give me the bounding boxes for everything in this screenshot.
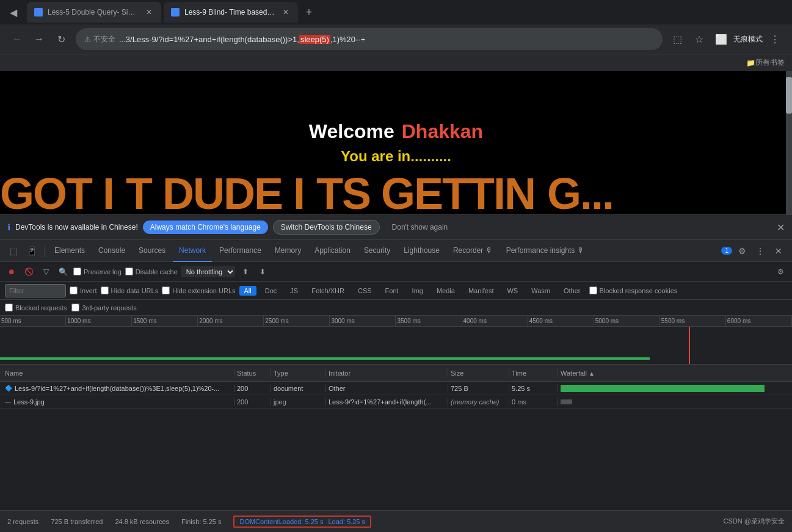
tab-memory[interactable]: Memory [269,240,307,262]
export-btn[interactable]: ⬇ [256,265,269,279]
page-bottom-banner: GOT I T DUDE I TS GETTIN G... [0,172,786,214]
tab-recorder[interactable]: Recorder 🎙 [447,240,499,262]
filter-js[interactable]: JS [285,286,303,296]
new-tab-button[interactable]: + [300,4,318,21]
filter-doc[interactable]: Doc [260,286,282,296]
devtools-tabs: ⬚ 📱 Elements Console Sources Network Per… [0,240,792,262]
tab-1[interactable]: Less-5 Double Query- Single... ✕ [27,2,161,23]
row1-waterfall [558,385,790,392]
import-btn[interactable]: ⬆ [239,265,252,279]
tab-network[interactable]: Network [173,240,212,262]
devtools-language-banner: ℹ DevTools is now available in Chinese! … [0,215,792,240]
mark-3500: 3500 ms [396,316,462,326]
filter-media[interactable]: Media [432,286,460,296]
tab-close-1[interactable]: ✕ [144,7,154,17]
devtools-more-btn[interactable]: ⋮ [752,242,769,260]
tab-close-2[interactable]: ✕ [281,7,291,17]
filter-img[interactable]: Img [407,286,428,296]
blocked-cookies-checkbox[interactable] [589,286,597,294]
tab-arrow-left[interactable]: ◀ [5,4,22,21]
blocked-cookies-label[interactable]: Blocked response cookies [589,286,678,294]
search-button[interactable]: 🔍 [56,265,70,279]
more-button[interactable]: ⋮ [765,29,785,49]
preserve-log-checkbox[interactable] [73,268,81,275]
col-header-status[interactable]: Status [234,370,271,377]
tab-elements[interactable]: Elements [48,240,91,262]
col-header-size[interactable]: Size [448,370,509,377]
tab-sources[interactable]: Sources [133,240,172,262]
row2-size: (memory cache) [448,398,509,406]
row2-status: 200 [234,398,271,406]
col-header-waterfall[interactable]: Waterfall ▲ [558,370,790,377]
url-highlight: sleep(5) [299,35,330,44]
devtools-settings-btn[interactable]: ⚙ [733,242,750,260]
filter-all[interactable]: All [239,286,256,296]
filter-input[interactable] [5,284,66,297]
cast-icon-btn[interactable]: ⬚ [667,29,687,49]
transferred-size: 725 B transferred [51,518,103,525]
match-language-button[interactable]: Always match Chrome's language [143,220,268,234]
tab-performance[interactable]: Performance [213,240,267,262]
blocked-requests-checkbox[interactable] [5,304,13,312]
filter-wasm[interactable]: Wasm [526,286,555,296]
table-row[interactable]: — Less-9.jpg 200 jpeg Less-9/?id=1%27+an… [0,395,792,409]
device-toolbar-btn[interactable]: 📱 [23,242,40,260]
tab-perf-insights[interactable]: Performance insights 🎙 [500,240,590,262]
bookmark-icon-btn[interactable]: ☆ [689,29,709,49]
forward-button[interactable]: → [29,29,49,49]
third-party-label[interactable]: 3rd-party requests [71,304,136,312]
col-header-initiator[interactable]: Initiator [326,370,448,377]
dont-show-again-button[interactable]: Don't show again [385,220,456,234]
filter-manifest[interactable]: Manifest [463,286,499,296]
hide-ext-urls-checkbox[interactable] [162,286,170,294]
notification-badge: 1 [721,247,732,255]
mark-500: 500 ms [0,316,66,326]
disable-cache-label[interactable]: Disable cache [125,268,178,275]
tab-console[interactable]: Console [92,240,131,262]
mark-3000: 3000 ms [330,316,396,326]
filter-font[interactable]: Font [380,286,404,296]
row2-waterfall [558,399,790,404]
invert-label[interactable]: Invert [70,286,97,294]
filter-ws[interactable]: WS [502,286,523,296]
invert-checkbox[interactable] [70,286,78,294]
filter-fetch-xhr[interactable]: Fetch/XHR [307,286,349,296]
url-bar[interactable]: ⚠ 不安全 ...3/Less-9/?id=1%27+and+if(length… [76,28,663,50]
banner-text: DevTools is now available in Chinese! [15,223,138,231]
network-settings-btn[interactable]: ⚙ [774,265,787,279]
hide-data-urls-label[interactable]: Hide data URLs [101,286,159,294]
filter-icon-button[interactable]: ▽ [39,265,53,279]
filter-other[interactable]: Other [559,286,586,296]
tab-security[interactable]: Security [358,240,396,262]
tab-title-1: Less-5 Double Query- Single... [48,8,139,16]
tab-application[interactable]: Application [308,240,357,262]
table-row[interactable]: 🔷 Less-9/?id=1%27+and+if(length(database… [0,382,792,395]
row2-icon: — [5,398,11,405]
extension-icon-btn[interactable]: ⬜ [711,29,731,49]
clear-button[interactable]: 🚫 [22,265,35,279]
record-button[interactable]: ⏺ [5,265,18,279]
refresh-button[interactable]: ↻ [51,29,71,49]
switch-to-chinese-button[interactable]: Switch DevTools to Chinese [273,220,380,235]
timeline-chart [0,327,792,365]
hide-ext-urls-label[interactable]: Hide extension URLs [162,286,235,294]
banner-close-button[interactable]: ✕ [777,222,785,233]
back-button[interactable]: ← [7,29,27,49]
filter-css[interactable]: CSS [353,286,377,296]
row1-status: 200 [234,385,271,392]
tab-lighthouse[interactable]: Lighthouse [398,240,446,262]
col-header-name[interactable]: Name [2,370,234,377]
col-header-type[interactable]: Type [271,370,326,377]
requests-count: 2 requests [7,518,38,525]
hide-data-urls-checkbox[interactable] [101,286,109,294]
blocked-requests-label[interactable]: Blocked requests [5,304,67,312]
third-party-checkbox[interactable] [71,304,79,312]
devtools-close-btn[interactable]: ✕ [770,242,787,260]
throttle-select[interactable]: No throttling [181,266,235,277]
tab-2[interactable]: Less-9 Blind- Time based- Si... ✕ [164,2,298,23]
waterfall-bar-2 [561,399,572,404]
element-picker-btn[interactable]: ⬚ [5,242,22,260]
preserve-log-label[interactable]: Preserve log [73,268,122,275]
disable-cache-checkbox[interactable] [125,268,133,275]
col-header-time[interactable]: Time [509,370,558,377]
